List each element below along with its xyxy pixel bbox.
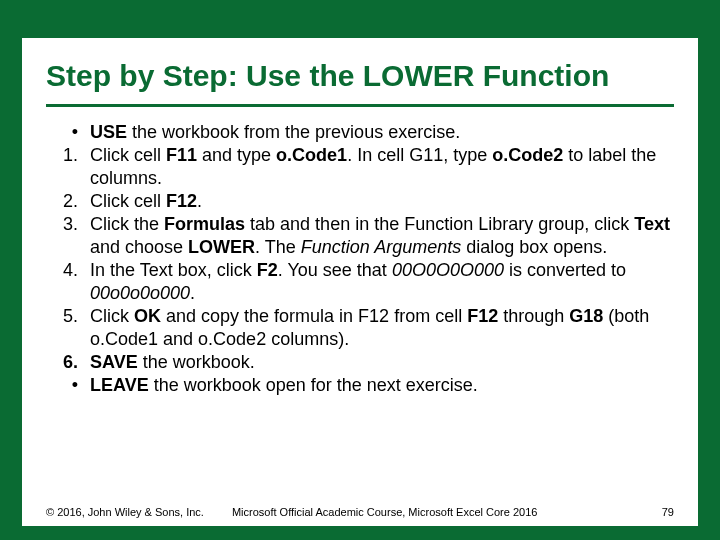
list-item: 5.Click OK and copy the formula in F12 f… xyxy=(46,305,674,351)
slide-frame: Step by Step: Use the LOWER Function •US… xyxy=(0,0,720,540)
list-item: 2.Click cell F12. xyxy=(46,190,674,213)
list-text: SAVE the workbook. xyxy=(90,351,674,374)
list-item: •LEAVE the workbook open for the next ex… xyxy=(46,374,674,397)
list-marker: • xyxy=(46,374,90,397)
list-marker: • xyxy=(46,121,90,144)
step-list: •USE the workbook from the previous exer… xyxy=(46,121,674,397)
list-item: 1.Click cell F11 and type o.Code1. In ce… xyxy=(46,144,674,190)
list-text: Click OK and copy the formula in F12 fro… xyxy=(90,305,674,351)
course-text: Microsoft Official Academic Course, Micr… xyxy=(232,506,662,518)
list-text: Click cell F12. xyxy=(90,190,674,213)
list-marker: 1. xyxy=(46,144,90,190)
slide-title: Step by Step: Use the LOWER Function xyxy=(46,58,674,107)
list-item: •USE the workbook from the previous exer… xyxy=(46,121,674,144)
list-text: Click the Formulas tab and then in the F… xyxy=(90,213,674,259)
list-marker: 3. xyxy=(46,213,90,259)
list-marker: 2. xyxy=(46,190,90,213)
list-marker: 6. xyxy=(46,351,90,374)
list-marker: 5. xyxy=(46,305,90,351)
slide-body: Step by Step: Use the LOWER Function •US… xyxy=(22,38,698,526)
list-item: 6.SAVE the workbook. xyxy=(46,351,674,374)
footer: © 2016, John Wiley & Sons, Inc. Microsof… xyxy=(46,506,674,518)
list-item: 3.Click the Formulas tab and then in the… xyxy=(46,213,674,259)
copyright-text: © 2016, John Wiley & Sons, Inc. xyxy=(46,506,232,518)
list-text: LEAVE the workbook open for the next exe… xyxy=(90,374,674,397)
list-marker: 4. xyxy=(46,259,90,305)
list-text: USE the workbook from the previous exerc… xyxy=(90,121,674,144)
list-text: In the Text box, click F2. You see that … xyxy=(90,259,674,305)
list-item: 4.In the Text box, click F2. You see tha… xyxy=(46,259,674,305)
list-text: Click cell F11 and type o.Code1. In cell… xyxy=(90,144,674,190)
page-number: 79 xyxy=(662,506,674,518)
